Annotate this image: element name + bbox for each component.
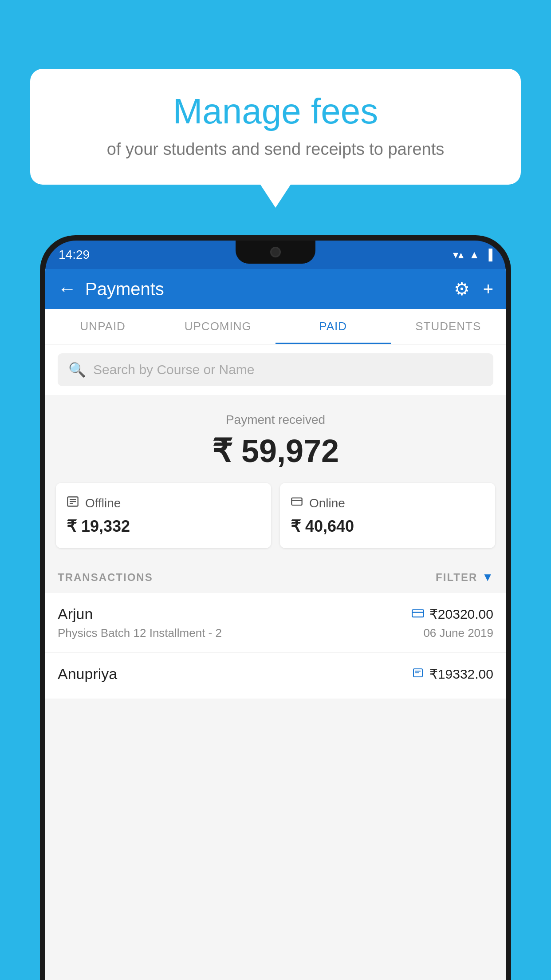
table-row[interactable]: Anupriya ₹19332.00 [45,653,506,699]
offline-payment-icon-2 [412,667,424,681]
offline-amount: ₹ 19,332 [67,517,260,536]
tabs: UNPAID UPCOMING PAID STUDENTS [45,309,506,344]
transaction-top-2: Anupriya ₹19332.00 [58,665,493,683]
transaction-bottom-1: Physics Batch 12 Installment - 2 06 June… [58,626,493,640]
svg-rect-6 [412,609,424,616]
online-card: Online ₹ 40,640 [280,483,495,548]
bubble-title: Manage fees [57,92,494,131]
search-input[interactable]: Search by Course or Name [93,362,255,377]
transactions-label: TRANSACTIONS [58,571,153,584]
settings-icon[interactable]: ⚙ [454,279,470,299]
search-bar[interactable]: 🔍 Search by Course or Name [58,353,493,386]
filter-icon: ▼ [482,570,493,584]
search-container: 🔍 Search by Course or Name [45,344,506,395]
transaction-date-1: 06 June 2019 [423,626,493,640]
online-payment-icon-1 [412,607,424,621]
status-icons: ▾▴ ▲ ▐ [453,249,492,261]
svg-rect-4 [291,498,302,505]
front-camera [270,247,281,257]
tab-paid[interactable]: PAID [276,309,391,344]
transaction-amount-1: ₹20320.00 [429,606,493,622]
battery-icon: ▐ [485,249,492,261]
phone-screen: 14:29 ▾▴ ▲ ▐ ← Payments ⚙ + [45,241,506,980]
signal-icon: ▲ [469,249,480,261]
transaction-amount-2: ₹19332.00 [429,666,493,682]
notch [236,241,315,264]
offline-icon [67,495,79,511]
header-left: ← Payments [58,278,164,300]
transactions-header: TRANSACTIONS FILTER ▼ [45,561,506,593]
table-row[interactable]: Arjun ₹20320.00 Physics Batch 12 Install… [45,593,506,653]
phone-frame: 14:29 ▾▴ ▲ ▐ ← Payments ⚙ + [40,235,511,980]
transaction-detail-1: Physics Batch 12 Installment - 2 [58,626,222,640]
tab-unpaid[interactable]: UNPAID [45,309,161,344]
payment-label: Payment received [45,413,506,427]
tab-students[interactable]: STUDENTS [391,309,506,344]
speech-bubble: Manage fees of your students and send re… [30,69,521,185]
app-header: ← Payments ⚙ + [45,269,506,309]
app-content: ← Payments ⚙ + UNPAID UPCOMING PAID [45,269,506,980]
transaction-amount-wrap-1: ₹20320.00 [412,606,493,622]
offline-card: Offline ₹ 19,332 [56,483,271,548]
offline-label: Offline [85,496,121,510]
back-button[interactable]: ← [58,278,76,300]
payment-cards: Offline ₹ 19,332 Online [45,483,506,561]
header-title: Payments [85,279,164,299]
search-icon: 🔍 [68,361,86,378]
offline-card-header: Offline [67,495,260,511]
wifi-icon: ▾▴ [453,249,464,261]
online-amount: ₹ 40,640 [291,517,484,536]
status-time: 14:29 [59,248,90,262]
add-button[interactable]: + [483,279,493,299]
payment-amount: ₹ 59,972 [45,432,506,470]
online-icon [291,495,303,511]
bubble-subtitle: of your students and send receipts to pa… [57,140,494,159]
transaction-name-2: Anupriya [58,665,117,683]
header-right: ⚙ + [454,279,493,299]
filter-label: FILTER [436,571,477,584]
online-card-header: Online [291,495,484,511]
transaction-amount-wrap-2: ₹19332.00 [412,666,493,682]
online-label: Online [309,496,345,510]
tab-upcoming[interactable]: UPCOMING [161,309,276,344]
transaction-top-1: Arjun ₹20320.00 [58,605,493,623]
payment-received-section: Payment received ₹ 59,972 [45,395,506,483]
filter-button[interactable]: FILTER ▼ [436,570,493,584]
transaction-name-1: Arjun [58,605,93,623]
